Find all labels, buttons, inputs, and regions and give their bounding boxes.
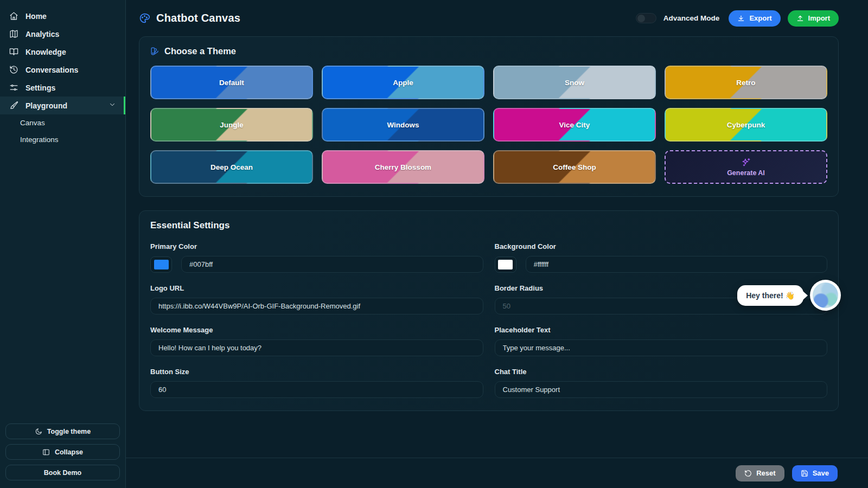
- collapse-button[interactable]: Collapse: [5, 444, 120, 460]
- sidebar-item-knowledge[interactable]: Knowledge: [0, 43, 125, 61]
- swatch-book-icon: [150, 47, 159, 56]
- welcome-message-field: Welcome Message: [150, 326, 483, 356]
- moon-icon: [35, 428, 42, 435]
- settings-icon: [9, 83, 18, 92]
- sidebar-subitem-canvas[interactable]: Canvas: [0, 114, 125, 131]
- chat-title-field: Chat Title: [495, 368, 828, 398]
- settings-fields: Primary Color Background Color: [150, 242, 827, 398]
- welcome-message-label: Welcome Message: [150, 326, 483, 334]
- upload-icon: [796, 15, 804, 22]
- import-button[interactable]: Import: [788, 10, 839, 27]
- background-color-label: Background Color: [495, 242, 828, 251]
- theme-tile-coffee-shop[interactable]: Coffee Shop: [493, 150, 656, 184]
- chat-title-label: Chat Title: [495, 368, 828, 376]
- export-label: Export: [749, 14, 771, 22]
- footer-bar: Reset Save: [126, 458, 868, 488]
- background-color-input[interactable]: [526, 256, 828, 273]
- theme-card-header: Choose a Theme: [150, 46, 827, 56]
- home-icon: [9, 11, 18, 21]
- placeholder-text-input[interactable]: [495, 339, 828, 356]
- sidebar-item-label: Settings: [25, 84, 55, 92]
- button-size-field: Button Size: [150, 368, 483, 398]
- sidebar-item-home[interactable]: Home: [0, 7, 125, 25]
- import-label: Import: [808, 14, 830, 22]
- theme-tile-label: Coffee Shop: [553, 163, 596, 171]
- theme-tile-vice-city[interactable]: Vice City: [493, 108, 656, 142]
- theme-tile-jungle[interactable]: Jungle: [150, 108, 313, 142]
- save-icon: [801, 470, 808, 477]
- sidebar-item-conversations[interactable]: Conversations: [0, 61, 125, 79]
- background-color-swatch[interactable]: [495, 256, 516, 273]
- sparkles-icon: [741, 157, 751, 168]
- theme-tile-snow[interactable]: Snow: [493, 66, 656, 99]
- sidebar-item-label: Knowledge: [25, 48, 66, 56]
- panel-left-icon: [42, 448, 50, 456]
- theme-grid: Default Apple Snow Retro Jungle Windows …: [150, 66, 827, 184]
- welcome-message-input[interactable]: [150, 339, 483, 356]
- sidebar-item-settings[interactable]: Settings: [0, 79, 125, 97]
- theme-tile-label: Jungle: [220, 121, 244, 129]
- sidebar-item-analytics[interactable]: Analytics: [0, 25, 125, 43]
- sidebar-item-label: Analytics: [25, 30, 59, 38]
- sidebar-item-playground[interactable]: Playground: [0, 97, 125, 114]
- button-size-label: Button Size: [150, 368, 483, 376]
- collapse-label: Collapse: [55, 448, 83, 456]
- chat-widget-preview: Hey there! 👋: [737, 280, 841, 311]
- theme-tile-windows[interactable]: Windows: [322, 108, 484, 142]
- toggle-knob: [637, 15, 645, 22]
- primary-color-swatch[interactable]: [150, 256, 172, 273]
- ai-orb-logo: [813, 282, 838, 308]
- analytics-icon: [9, 29, 18, 38]
- save-button[interactable]: Save: [792, 465, 838, 481]
- theme-tile-apple[interactable]: Apple: [322, 66, 484, 99]
- logo-url-field: Logo URL: [150, 284, 483, 314]
- background-color-chip: [498, 260, 513, 269]
- theme-tile-label: Windows: [387, 121, 419, 129]
- generate-ai-tile[interactable]: Generate AI: [665, 150, 827, 184]
- primary-color-field: Primary Color: [150, 242, 483, 273]
- button-size-input[interactable]: [150, 381, 483, 398]
- topbar: Chatbot Canvas Advanced Mode Export Impo…: [126, 0, 868, 36]
- theme-tile-deep-ocean[interactable]: Deep Ocean: [150, 150, 313, 184]
- chat-title-input[interactable]: [495, 381, 828, 398]
- primary-color-input[interactable]: [181, 256, 483, 273]
- app-root: Home Analytics Knowledge Conversations S…: [0, 0, 868, 488]
- main-area: Chatbot Canvas Advanced Mode Export Impo…: [126, 0, 868, 488]
- book-demo-label: Book Demo: [44, 469, 81, 477]
- chevron-down-icon: [108, 101, 116, 110]
- export-button[interactable]: Export: [729, 10, 780, 27]
- topbar-actions: Advanced Mode Export Import: [636, 10, 839, 27]
- theme-tile-cherry-blossom[interactable]: Cherry Blossom: [322, 150, 484, 184]
- reset-label: Reset: [756, 469, 775, 477]
- playground-icon: [9, 101, 18, 110]
- book-demo-button[interactable]: Book Demo: [5, 465, 120, 480]
- page-title: Chatbot Canvas: [156, 12, 240, 24]
- sidebar: Home Analytics Knowledge Conversations S…: [0, 0, 126, 488]
- theme-card: Choose a Theme Default Apple Snow Retro …: [139, 36, 839, 197]
- theme-tile-label: Snow: [565, 79, 584, 87]
- save-label: Save: [813, 469, 829, 477]
- knowledge-icon: [9, 47, 18, 56]
- theme-card-title: Choose a Theme: [164, 46, 236, 56]
- sidebar-subitem-integrations[interactable]: Integrations: [0, 131, 125, 148]
- advanced-mode-toggle[interactable]: [636, 13, 656, 23]
- placeholder-text-field: Placeholder Text: [495, 326, 828, 356]
- theme-tile-label: Cherry Blossom: [375, 163, 431, 171]
- chat-launcher-button[interactable]: [810, 280, 841, 311]
- logo-url-label: Logo URL: [150, 284, 483, 292]
- theme-tile-retro[interactable]: Retro: [665, 66, 827, 99]
- toggle-theme-button[interactable]: Toggle theme: [5, 423, 120, 439]
- theme-tile-label: Retro: [736, 79, 755, 87]
- reset-button[interactable]: Reset: [736, 465, 784, 481]
- logo-url-input[interactable]: [150, 298, 483, 314]
- background-color-field: Background Color: [495, 242, 828, 273]
- theme-tile-label: Default: [219, 79, 244, 87]
- sidebar-item-label: Home: [25, 12, 47, 21]
- title-wrap: Chatbot Canvas: [139, 12, 240, 24]
- theme-tile-cyberpunk[interactable]: Cyberpunk: [665, 108, 827, 142]
- toggle-theme-label: Toggle theme: [47, 428, 91, 435]
- primary-color-chip: [154, 260, 169, 269]
- theme-tile-default[interactable]: Default: [150, 66, 313, 99]
- settings-title: Essential Settings: [150, 220, 827, 231]
- chat-greeting-bubble[interactable]: Hey there! 👋: [737, 285, 803, 306]
